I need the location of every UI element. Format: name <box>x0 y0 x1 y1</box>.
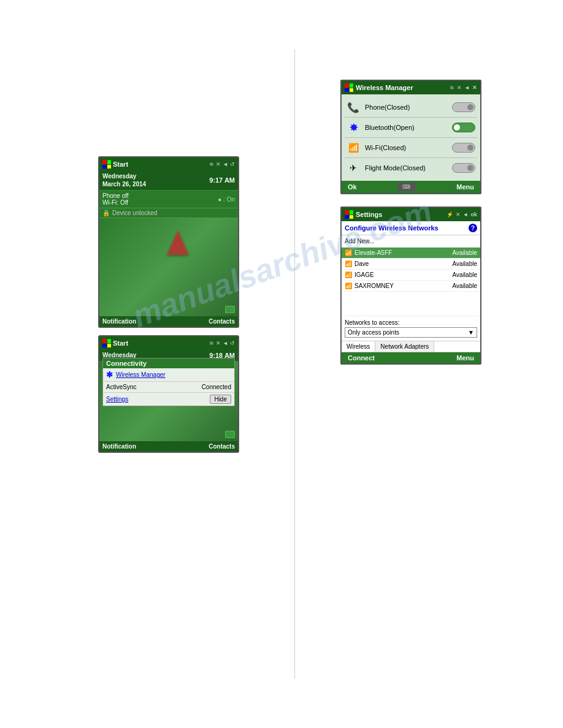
activesync-value: Connected <box>202 384 231 390</box>
signal-icon-2: ≋ <box>209 340 214 346</box>
connectivity-activesync-row: ActiveSync Connected <box>103 382 234 393</box>
settings-footer: Connect Menu <box>342 352 480 363</box>
phone-status-row-1: Phone off Wi-Fi: Off ● : On <box>99 191 238 208</box>
settings-ok-button[interactable]: ok <box>470 211 477 218</box>
activesync-label: ActiveSync <box>106 384 136 390</box>
info-icon: ? <box>469 224 477 232</box>
settings-tabs: Wireless Network Adapters <box>342 341 480 352</box>
wm-item-phone: 📞 Phone(Closed) <box>345 97 477 118</box>
bluetooth-toggle[interactable] <box>452 123 475 132</box>
settings-window: Settings ⚡ ✕ ◄ ok Configure Wireless Net… <box>340 207 481 365</box>
phone-corner-icon-2 <box>225 431 235 438</box>
contacts-btn-2[interactable]: Contacts <box>209 443 235 450</box>
notification-btn-1[interactable]: Notification <box>102 318 136 325</box>
phone-bt-status: ● : On <box>218 196 235 203</box>
wm-body: 📞 Phone(Closed) ✸ Bluetooth(Open) 📶 Wi-F… <box>342 94 480 181</box>
right-panel: Wireless Manager ≋ ✕ ◄ ✕ 📞 Phone(Closed) <box>340 80 481 365</box>
wireless-manager-link[interactable]: Wireless Manager <box>116 371 166 378</box>
network-status-3: Available <box>453 271 477 278</box>
network-row-dave[interactable]: 📶 Dave Available <box>342 259 480 270</box>
network-row-igage[interactable]: 📶 IGAGE Available <box>342 270 480 281</box>
phone-icon: 📞 <box>347 100 360 114</box>
network-signal-icon-3: 📶 <box>345 271 352 278</box>
notification-btn-2[interactable]: Notification <box>102 443 136 450</box>
wm-item-wifi: 📶 Wi-Fi(Closed) <box>345 138 477 158</box>
networks-access-select[interactable]: Only access points ▼ <box>345 327 477 338</box>
phone-titlebar-2: Start ≋ ✕ ◄ ↺ <box>99 336 238 350</box>
wm-ok-button[interactable]: Ok <box>348 183 357 191</box>
settings-x-icon: ✕ <box>456 211 461 218</box>
volume-icon-1: ◄ <box>223 161 228 167</box>
settings-menu-button[interactable]: Menu <box>456 354 474 362</box>
wireless-manager-window: Wireless Manager ≋ ✕ ◄ ✕ 📞 Phone(Closed) <box>340 80 481 194</box>
network-name-1: Elevate-A5FF <box>354 249 450 256</box>
flight-toggle[interactable] <box>452 163 475 173</box>
wm-menu-button[interactable]: Menu <box>456 183 474 191</box>
phone-label: Phone(Closed) <box>365 104 447 111</box>
connect-button[interactable]: Connect <box>348 354 375 362</box>
phone-date-text-1: Wednesday March 26, 2014 <box>102 172 146 188</box>
flight-icon: ✈ <box>347 161 360 175</box>
phone-title-left: Start <box>102 160 128 169</box>
windows-logo-2 <box>102 339 111 347</box>
phone-screen-1: Start ≋ ✕ ◄ ↺ Wednesday March 26, 2014 9… <box>98 156 239 328</box>
phone-unlocked-row: 🔒 Device unlocked <box>99 208 238 218</box>
connectivity-header: Connectivity <box>103 358 234 368</box>
network-name-2: Dave <box>354 260 450 267</box>
page-divider <box>294 49 295 679</box>
phone-body-1 <box>99 218 238 316</box>
network-row-saxromney[interactable]: 📶 SAXROMNEY Available <box>342 281 480 292</box>
phone-title-left-2: Start <box>102 339 128 347</box>
phone-taskbar-2: Notification Contacts <box>99 441 238 452</box>
phone-title-2: Start <box>113 339 128 347</box>
x-icon-1: ✕ <box>216 161 221 167</box>
network-row-elevate[interactable]: 📶 Elevate-A5FF Available <box>342 248 480 259</box>
phone-day-1: Wednesday <box>102 172 146 180</box>
network-status-1: Available <box>453 249 477 256</box>
phone-toggle[interactable] <box>452 102 475 112</box>
sync-icon-1: ↺ <box>230 161 235 167</box>
access-select-value: Only access points <box>348 329 399 336</box>
settings-body: Add New... 📶 Elevate-A5FF Available 📶 Da… <box>342 235 480 352</box>
unlocked-text: Device unlocked <box>112 210 157 216</box>
network-status-4: Available <box>453 282 477 289</box>
phone-corner-icon-1 <box>225 306 235 313</box>
settings-title: Settings <box>356 211 382 218</box>
wm-x-icon: ✕ <box>457 85 462 91</box>
phone-taskbar-1: Notification Contacts <box>99 316 238 327</box>
wifi-label: Wi-Fi(Closed) <box>365 144 447 151</box>
wm-volume-icon: ◄ <box>464 85 470 91</box>
wifi-toggle[interactable] <box>452 143 475 153</box>
dropdown-arrow-icon: ▼ <box>468 329 474 336</box>
settings-titlebar-icons: ⚡ ✕ ◄ ok <box>446 211 477 218</box>
network-name-4: SAXROMNEY <box>354 282 450 289</box>
network-signal-icon-2: 📶 <box>345 260 352 267</box>
phone-datetime-1: Wednesday March 26, 2014 9:17 AM <box>99 171 238 191</box>
wifi-off-label: Wi-Fi: Off <box>102 199 129 206</box>
contacts-btn-1[interactable]: Contacts <box>209 318 235 325</box>
wm-item-flight: ✈ Flight Mode(Closed) <box>345 158 477 178</box>
left-panel: Start ≋ ✕ ◄ ↺ Wednesday March 26, 2014 9… <box>98 156 245 453</box>
add-new-row[interactable]: Add New... <box>342 235 480 248</box>
bt-icon: ✱ <box>106 370 113 379</box>
tab-network-adapters[interactable]: Network Adapters <box>375 341 434 352</box>
settings-volume-icon: ◄ <box>463 211 469 218</box>
network-signal-icon-4: 📶 <box>345 282 352 289</box>
wm-title: Wireless Manager <box>356 84 413 91</box>
hide-button[interactable]: Hide <box>210 395 231 404</box>
tab-wireless[interactable]: Wireless <box>342 341 375 352</box>
x-icon-2: ✕ <box>216 340 221 346</box>
wm-titlebar-left: Wireless Manager <box>345 83 413 92</box>
phone-status-left-1: Phone off Wi-Fi: Off <box>102 192 129 206</box>
network-status-2: Available <box>453 260 477 267</box>
settings-link[interactable]: Settings <box>106 396 128 403</box>
wm-close-button[interactable]: ✕ <box>472 85 477 91</box>
lock-icon: 🔒 <box>102 210 110 216</box>
settings-signal-icon: ⚡ <box>446 211 453 218</box>
sync-icon-2: ↺ <box>230 340 235 346</box>
windows-logo-wm <box>345 83 353 92</box>
flight-label: Flight Mode(Closed) <box>365 164 447 172</box>
windows-logo-settings <box>345 210 353 219</box>
networks-access-label: Networks to access: <box>342 316 480 327</box>
signal-icon-1: ≋ <box>209 161 214 167</box>
